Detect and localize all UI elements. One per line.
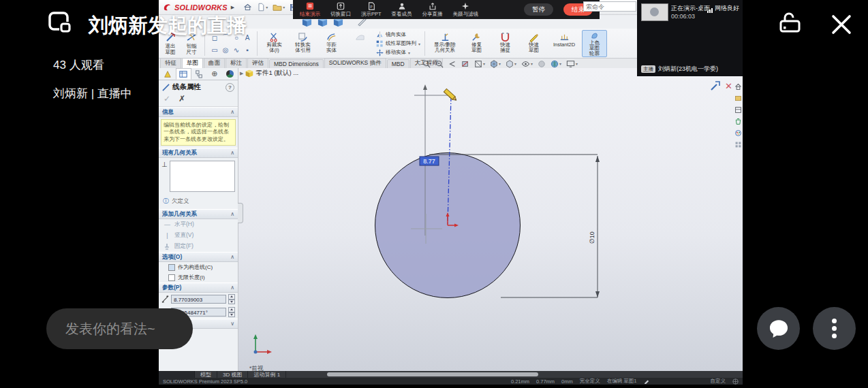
tab-mbd[interactable]: MBD bbox=[387, 59, 409, 68]
present-ppt-button[interactable]: P 演示PPT bbox=[361, 2, 382, 18]
customize-button[interactable]: 自定义 bbox=[711, 378, 726, 385]
mirror-entities-button[interactable]: 镜向实体 bbox=[376, 31, 420, 39]
pm-section-existing-relations[interactable]: 现有几何关系∧ bbox=[159, 148, 238, 158]
length-spinner[interactable] bbox=[228, 294, 235, 304]
relation-vertical[interactable]: |竖直(V) bbox=[159, 230, 238, 241]
repair-sketch-button[interactable]: 修复 草图 bbox=[464, 30, 489, 57]
tab-features[interactable]: 特征 bbox=[160, 58, 181, 68]
hide-show-items-icon[interactable]: ▾ bbox=[521, 60, 533, 68]
pause-button[interactable]: 暂停 bbox=[524, 3, 553, 16]
view-orientation-icon[interactable]: ▾ bbox=[490, 60, 501, 68]
zoom-area-icon[interactable] bbox=[435, 60, 444, 68]
open-document-button[interactable]: ▾ bbox=[273, 3, 285, 12]
length-input[interactable]: 8.77039003 bbox=[171, 295, 226, 304]
exit-sketch-corner-icon[interactable] bbox=[710, 80, 721, 91]
option-construction-line[interactable]: 作为构造线(C) bbox=[159, 262, 238, 272]
angle-spinner[interactable] bbox=[228, 307, 235, 317]
spline-tool[interactable]: ∿ bbox=[234, 46, 239, 54]
rotation-lock-icon[interactable] bbox=[776, 12, 803, 36]
taskpane-home-icon[interactable] bbox=[734, 83, 742, 91]
home-button[interactable] bbox=[243, 3, 252, 12]
pm-section-parameters[interactable]: 参数(P)∧ bbox=[159, 282, 238, 293]
beauty-filter-button[interactable]: 美颜与滤镜 bbox=[453, 2, 479, 18]
section-view-icon[interactable] bbox=[461, 60, 469, 68]
tab-scroll-control[interactable] bbox=[159, 371, 195, 378]
chat-button[interactable] bbox=[757, 307, 800, 350]
instant2d-button[interactable]: Instant2D bbox=[550, 30, 578, 57]
tab-annotate[interactable]: 标注 bbox=[226, 58, 247, 68]
panel-splitter-handle[interactable] bbox=[238, 203, 243, 223]
new-document-button[interactable]: ▾ bbox=[257, 3, 268, 12]
taskpane-design-library-icon[interactable] bbox=[734, 95, 742, 102]
polygon-tool[interactable]: ◎ bbox=[223, 46, 229, 54]
screen-cast-icon[interactable] bbox=[48, 11, 75, 37]
pm-section-add-relations[interactable]: 添加几何关系∧ bbox=[159, 209, 238, 219]
move-entities-button[interactable]: 移动实体 ▾ bbox=[376, 49, 420, 56]
quick-snaps-button[interactable]: 快速 捕捉 bbox=[493, 30, 518, 57]
relation-horizontal[interactable]: —水平(H) bbox=[159, 219, 238, 230]
end-presentation-icon bbox=[306, 2, 314, 10]
offset-entities-label: 等距 实体 bbox=[326, 42, 337, 53]
option-infinite-length[interactable]: 无限长度(I) bbox=[159, 272, 238, 282]
pm-relations-list[interactable] bbox=[170, 161, 235, 192]
tab-addins[interactable]: SOLIDWORKS 插件 bbox=[324, 58, 386, 68]
feature-tree-root[interactable]: ▶ 零件1 (默认) ... bbox=[240, 69, 298, 78]
pm-help-button[interactable]: ? bbox=[226, 83, 234, 92]
tab-surfaces[interactable]: 曲面 bbox=[204, 58, 225, 68]
display-style-icon[interactable]: ▾ bbox=[506, 60, 516, 68]
pm-tab-dimxpert[interactable]: ⊕ bbox=[206, 68, 222, 80]
share-live-button[interactable]: 分享直播 bbox=[422, 2, 443, 18]
slot-tool[interactable]: ▭ bbox=[211, 46, 217, 54]
3d-views-tab[interactable]: 3D 视图 bbox=[217, 371, 248, 378]
tab-sketch[interactable]: 草图 bbox=[182, 58, 203, 68]
taskpane-appearances-icon[interactable] bbox=[734, 129, 742, 137]
more-options-button[interactable] bbox=[813, 307, 856, 350]
quick-sketch-button[interactable]: 快速 草图 bbox=[521, 30, 546, 57]
pm-tab-configurations[interactable] bbox=[191, 68, 207, 80]
end-presentation-button[interactable]: 结束演示 bbox=[300, 2, 320, 18]
tree-expand-arrow-icon[interactable]: ▶ bbox=[240, 71, 243, 76]
taskpane-file-explorer-icon[interactable] bbox=[734, 106, 742, 114]
pm-tab-feature[interactable] bbox=[160, 68, 176, 80]
view-members-button[interactable]: 查看成员 bbox=[392, 2, 412, 18]
taskpane-custom-properties-icon[interactable] bbox=[734, 141, 742, 148]
pm-section-options[interactable]: 选项(O)∧ bbox=[159, 252, 238, 262]
pm-ok-button[interactable]: ✓ bbox=[164, 94, 170, 103]
construction-checkbox[interactable] bbox=[168, 264, 175, 271]
switch-window-button[interactable]: 切换窗口 bbox=[330, 2, 351, 18]
convert-entities-button[interactable]: 转换实 体引用 bbox=[290, 30, 315, 57]
taskpane-recycle-icon[interactable] bbox=[734, 118, 742, 125]
comment-input[interactable]: 发表你的看法~ bbox=[46, 308, 193, 349]
apply-scene-icon[interactable]: ▾ bbox=[551, 60, 561, 68]
perpendicular-relation-icon: ⊥ bbox=[161, 161, 168, 168]
zoom-fit-icon[interactable] bbox=[422, 60, 431, 68]
motion-study-tab[interactable]: 运动算例 1 bbox=[248, 371, 286, 378]
screen-thumbnail bbox=[641, 3, 668, 21]
pm-cancel-button[interactable]: ✗ bbox=[179, 94, 185, 103]
display-relations-button[interactable]: 显示/删除 几何关系 bbox=[429, 30, 461, 57]
tab-evaluate[interactable]: 评估 bbox=[247, 58, 268, 68]
previous-view-icon[interactable] bbox=[448, 60, 456, 68]
status-globe-icon[interactable] bbox=[732, 378, 739, 385]
relation-fix[interactable]: 固定(F) bbox=[159, 241, 238, 252]
tab-mbd-dimensions[interactable]: MBD Dimensions bbox=[269, 59, 324, 68]
presenting-preview-panel[interactable]: 正在演示-桌面 00:06:03 网络良好 主播 刘炳新(23机电一学委) bbox=[637, 0, 743, 76]
3d-drawing-view-icon[interactable]: ▾ bbox=[474, 60, 485, 68]
horizontal-scrollbar-thumb[interactable] bbox=[327, 372, 538, 376]
logo-expand-arrow-icon[interactable]: ▶ bbox=[231, 5, 234, 10]
shaded-sketch-contours-button[interactable]: 上色 草图 轮廓 bbox=[582, 30, 607, 57]
trim-entities-button[interactable]: 剪裁实 体(I) bbox=[262, 30, 287, 57]
point-tool[interactable]: ▪ bbox=[246, 46, 249, 54]
linear-pattern-button[interactable]: 线性草图阵列 ▾ bbox=[376, 40, 420, 48]
pm-tab-properties[interactable] bbox=[176, 68, 191, 80]
cancel-sketch-corner-icon[interactable]: ✕ bbox=[725, 81, 732, 91]
offset-entities-button[interactable]: 等距 实体 bbox=[319, 30, 344, 57]
model-tab[interactable]: 模型 bbox=[195, 371, 217, 378]
graphics-viewport[interactable]: 8.77 ∅10 bbox=[238, 68, 743, 371]
command-search-input[interactable]: 索命令 bbox=[583, 1, 636, 12]
pm-section-info[interactable]: 信息∧ bbox=[159, 107, 238, 117]
view-settings-icon[interactable]: ▾ bbox=[566, 60, 578, 68]
pm-tab-display-manager[interactable] bbox=[222, 68, 238, 80]
infinite-checkbox[interactable] bbox=[168, 274, 175, 281]
close-icon[interactable] bbox=[830, 13, 853, 36]
